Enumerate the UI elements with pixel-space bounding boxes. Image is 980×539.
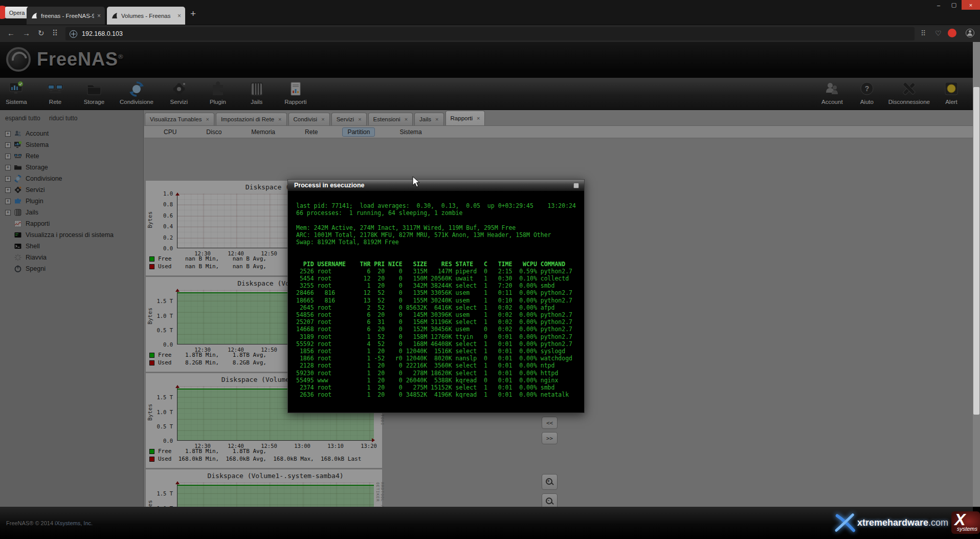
extensions-grid-icon[interactable]: ⠿ [921, 29, 926, 37]
browser-tab-strip: Opera freenas - FreeNAS-9.2.1.5- × Volum… [0, 0, 980, 25]
window-controls: – ▢ × [931, 0, 980, 10]
tab-close-icon[interactable]: × [97, 12, 101, 19]
url-field[interactable]: 192.168.0.103 [65, 27, 915, 40]
running-processes-dialog: Processi in esecuzione last pid: 77141; … [287, 179, 585, 413]
ixsystems-logo: X systems [951, 511, 980, 534]
top-terminal-output: last pid: 77141; load averages: 0.30, 0.… [288, 191, 584, 398]
xtremehardware-logo-icon [834, 509, 856, 536]
tab-title: freenas - FreeNAS-9.2.1.5- [41, 13, 94, 19]
dialog-resize-icon[interactable] [573, 183, 579, 188]
opera-badge-icon[interactable] [948, 29, 956, 37]
window-close-button[interactable]: × [962, 0, 980, 10]
window-minimize-button[interactable]: – [931, 0, 946, 10]
process-table-header: PID USERNAME THR PRI NICE SIZE RES STATE… [296, 261, 584, 268]
site-watermark: xtremehardware.com X systems [834, 508, 980, 537]
tab-title: Volumes - Freenas [121, 13, 174, 19]
screen: Opera freenas - FreeNAS-9.2.1.5- × Volum… [0, 0, 980, 539]
freenas-favicon-icon [31, 12, 38, 19]
browser-address-bar: ← → ↻ ⠿ 192.168.0.103 ⠿ ♡ [0, 25, 980, 42]
watermark-site-name: xtremehardware [857, 518, 928, 528]
watermark-tld: .com [928, 518, 948, 528]
dialog-title: Processi in esecuzione [294, 182, 573, 189]
site-globe-icon [70, 30, 77, 38]
terminal-summary: last pid: 77141; load averages: 0.30, 0.… [296, 202, 584, 246]
browser-tab-freenas[interactable]: freenas - FreeNAS-9.2.1.5- × [27, 7, 105, 25]
url-text: 192.168.0.103 [82, 30, 123, 37]
dialog-title-bar[interactable]: Processi in esecuzione [288, 180, 584, 191]
opera-menu-button[interactable]: Opera [5, 7, 29, 18]
page-scrollbar[interactable] [973, 42, 980, 507]
tab-close-icon[interactable]: × [177, 12, 181, 19]
bookmark-heart-icon[interactable]: ♡ [935, 29, 942, 37]
window-maximize-button[interactable]: ▢ [946, 0, 962, 10]
freenas-favicon-icon [111, 12, 118, 19]
mouse-cursor [412, 176, 424, 188]
browser-tab-volumes[interactable]: Volumes - Freenas × [107, 7, 185, 25]
speed-dial-grid-icon[interactable]: ⠿ [52, 29, 58, 38]
scrollbar-thumb[interactable] [973, 87, 979, 415]
reload-icon[interactable]: ↻ [38, 29, 44, 38]
forward-icon[interactable]: → [23, 29, 30, 37]
back-icon[interactable]: ← [7, 29, 15, 37]
new-tab-button[interactable]: + [190, 8, 196, 19]
profile-icon[interactable] [966, 29, 974, 37]
process-table-rows: 2526 root 6 20 0 315M 147M piperd 0 2:15… [296, 268, 584, 399]
ixsystems-text: systems [957, 526, 977, 532]
